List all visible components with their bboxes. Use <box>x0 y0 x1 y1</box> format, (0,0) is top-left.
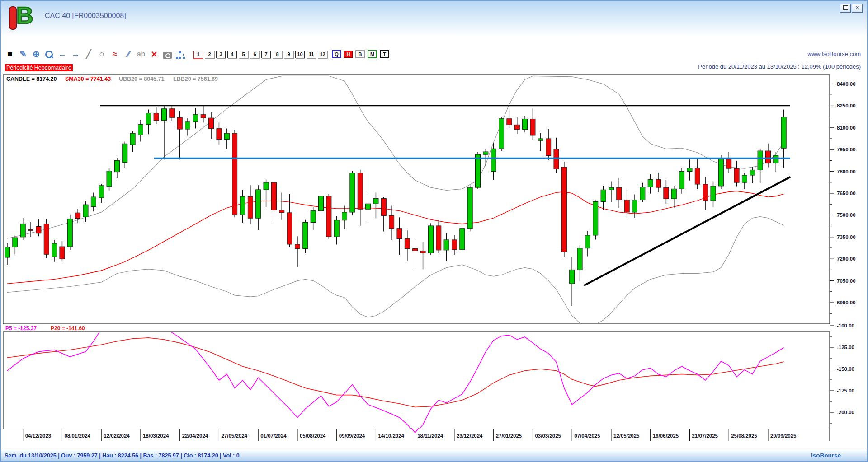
bullish-candle-body <box>130 133 135 145</box>
legend-p20-value: P20 = -141.60 <box>51 325 85 331</box>
candle <box>632 195 637 218</box>
bearish-candle-body <box>554 149 559 169</box>
candle <box>711 182 716 207</box>
candle <box>44 219 49 258</box>
bearish-candle-body <box>287 213 292 244</box>
date-axis-label: 23/12/2024 <box>457 433 483 439</box>
candle <box>758 149 763 184</box>
date-axis-label: 12/05/2025 <box>613 433 640 439</box>
momentum-axis-label: -150.00 <box>837 366 854 372</box>
candle <box>413 239 418 268</box>
bullish-candle-body <box>570 270 575 284</box>
bearish-candle-body <box>452 240 457 250</box>
bearish-candle-body <box>326 196 331 237</box>
bullish-candle-body <box>13 238 18 247</box>
bearish-candle-body <box>530 119 535 135</box>
bullish-candle-body <box>20 224 25 237</box>
bullish-candle-body <box>342 212 347 220</box>
bullish-candle-body <box>750 170 755 175</box>
candle <box>28 222 33 237</box>
bullish-candle-body <box>114 160 119 172</box>
bullish-candle-body <box>373 199 378 204</box>
bearish-candle-body <box>617 187 622 200</box>
candle <box>240 190 245 223</box>
bearish-candle-body <box>170 109 175 117</box>
candle <box>491 143 496 180</box>
bullish-candle-body <box>107 171 112 187</box>
bearish-candle-body <box>514 125 519 129</box>
bearish-candle-body <box>703 184 708 201</box>
bearish-candle-body <box>36 227 41 233</box>
date-axis-label: 27/05/2024 <box>221 433 247 439</box>
bullish-candle-body <box>350 173 355 212</box>
bullish-candle-body <box>742 175 747 182</box>
bullish-candle-body <box>476 154 481 187</box>
price-axis-label: 7500.00 <box>837 212 856 218</box>
candle <box>5 243 10 265</box>
candle <box>373 192 378 218</box>
bearish-candle-body <box>28 230 33 231</box>
candle <box>742 173 747 189</box>
date-axis-label: 18/11/2024 <box>417 433 443 439</box>
bullish-candle-body <box>91 197 96 206</box>
bearish-candle-body <box>232 133 237 215</box>
date-axis-label: 21/07/2025 <box>692 433 718 439</box>
candle <box>593 200 598 239</box>
price-axis-label: 7950.00 <box>837 147 856 152</box>
date-axis-label: 29/09/2025 <box>770 433 797 439</box>
price-axis-label: 7350.00 <box>837 234 856 240</box>
bullish-candle-body <box>671 189 676 199</box>
candle <box>460 224 465 252</box>
status-bar: Sem. du 13/10/2025 | Ouv : 7959.27 | Hau… <box>1 451 867 461</box>
bearish-candle-body <box>154 113 159 121</box>
candle <box>765 144 770 168</box>
candle <box>514 117 519 134</box>
bullish-candle-body <box>83 205 88 217</box>
bullish-candle-body <box>491 149 496 171</box>
bullish-candle-body <box>758 151 763 170</box>
date-axis-label: 14/10/2024 <box>378 433 404 439</box>
candle <box>217 123 222 145</box>
candle <box>67 215 72 250</box>
bullish-candle-body <box>483 152 488 154</box>
candle <box>640 183 645 202</box>
price-axis-label: 8400.00 <box>837 81 856 87</box>
candle <box>358 170 363 226</box>
bullish-candle-body <box>162 109 167 121</box>
bearish-candle-body <box>420 251 425 253</box>
candle <box>381 197 386 231</box>
bullish-candle-body <box>5 247 10 257</box>
candle <box>577 246 582 281</box>
candle <box>154 107 159 124</box>
price-chart[interactable]: 8400.008250.008100.007950.007800.007650.… <box>1 1 868 462</box>
bullish-candle-body <box>123 144 127 162</box>
date-axis-label: 18/03/2024 <box>143 433 169 439</box>
momentum-axis-label: -100.00 <box>837 323 854 328</box>
bullish-candle-body <box>679 172 684 189</box>
bearish-candle-body <box>201 115 206 118</box>
candle <box>209 112 214 139</box>
candle <box>185 118 190 136</box>
bullish-candle-body <box>538 139 543 140</box>
candle <box>114 158 119 178</box>
bearish-candle-body <box>624 200 629 212</box>
bullish-candle-body <box>499 119 504 149</box>
momentum-axis-label: -200.00 <box>837 410 854 415</box>
candle <box>523 116 528 132</box>
candle <box>224 128 229 149</box>
bullish-candle-body <box>609 187 613 190</box>
bearish-candle-body <box>734 168 739 182</box>
bullish-candle-body <box>146 113 151 125</box>
bearish-candle-body <box>656 180 661 187</box>
bearish-candle-body <box>546 139 551 155</box>
candle <box>585 231 590 256</box>
bearish-candle-body <box>295 244 300 249</box>
date-axis-label: 08/01/2024 <box>64 433 90 439</box>
candle <box>428 223 433 255</box>
bearish-candle-body <box>177 117 182 129</box>
bearish-candle-body <box>75 213 80 218</box>
candle <box>201 106 206 122</box>
candle <box>256 185 261 230</box>
candle <box>554 138 559 173</box>
bullish-candle-body <box>303 223 308 249</box>
